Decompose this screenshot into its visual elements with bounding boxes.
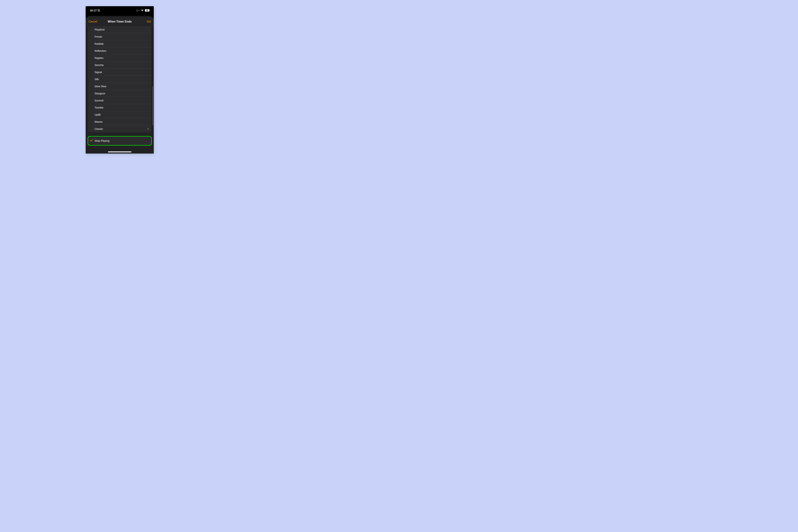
sound-row[interactable]: Classic	[88, 126, 151, 132]
sound-row[interactable]: Slow Rise	[88, 83, 151, 90]
home-indicator[interactable]	[108, 151, 131, 152]
sound-row-label: Slow Rise	[95, 85, 107, 88]
battery-level: 89	[145, 9, 150, 12]
status-left: 10:17	[90, 9, 100, 12]
nav-bar: Cancel When Timer Ends Set	[86, 17, 154, 26]
sound-row-label: Classic	[95, 127, 103, 130]
status-bar: 10:17	[86, 6, 154, 15]
sound-row[interactable]: Summit	[88, 97, 151, 104]
sound-row[interactable]: Signal	[88, 69, 151, 76]
sound-row[interactable]: Waves	[88, 118, 151, 125]
sound-row[interactable]: Reflection	[88, 48, 151, 54]
sound-row-label: Presto	[95, 35, 102, 38]
wifi-icon	[141, 10, 144, 12]
sound-row-label: Playtime	[95, 28, 105, 31]
svg-rect-1	[99, 10, 99, 11]
checkmark-icon	[90, 139, 93, 142]
sound-list-scroll[interactable]: PlaytimePrestoRadiateReflectionRipplesSe…	[86, 26, 154, 154]
sound-row[interactable]: Ripples	[88, 54, 151, 61]
sound-row[interactable]: Radiate	[88, 40, 151, 47]
sound-row-label: Radiate	[95, 42, 104, 45]
stop-playing-group: Stop Playing	[88, 136, 151, 145]
stop-playing-row[interactable]: Stop Playing	[88, 136, 151, 145]
sound-row-label: Signal	[95, 71, 102, 74]
battery-indicator: 89	[145, 9, 150, 12]
sound-row-label: Silk	[95, 78, 99, 81]
sound-row[interactable]: Sencha	[88, 61, 151, 69]
sound-row-label: Summit	[95, 99, 103, 102]
sound-row-label: Waves	[95, 120, 102, 123]
sound-row[interactable]: Presto	[88, 33, 151, 40]
phone-frame: 10:17	[86, 6, 154, 154]
sound-row-label: Stargaze	[95, 92, 105, 95]
sound-row[interactable]: Stargaze	[88, 90, 151, 97]
scrollbar-indicator	[152, 87, 153, 126]
status-time: 10:17	[90, 9, 97, 12]
timer-end-sheet: Cancel When Timer Ends Set PlaytimePrest…	[86, 17, 154, 154]
sound-row-label: Uplift	[95, 113, 100, 116]
cancel-button[interactable]: Cancel	[89, 20, 97, 23]
set-button[interactable]: Set	[147, 20, 151, 23]
sound-row[interactable]: Playtime	[88, 26, 151, 33]
cellular-signal-icon	[136, 10, 139, 11]
sound-list-group: PlaytimePrestoRadiateReflectionRipplesSe…	[88, 26, 151, 132]
status-right: 89	[136, 9, 150, 12]
portrait-lock-icon	[98, 9, 100, 12]
sound-row-label: Ripples	[95, 56, 103, 59]
sound-row-label: Twinkle	[95, 106, 103, 109]
sound-row[interactable]: Uplift	[88, 111, 151, 118]
sound-row-label: Sencha	[95, 63, 103, 66]
sound-row[interactable]: Silk	[88, 76, 151, 83]
stop-playing-label: Stop Playing	[95, 139, 109, 142]
sound-row-label: Reflection	[95, 49, 107, 52]
sound-row[interactable]: Twinkle	[88, 104, 151, 111]
